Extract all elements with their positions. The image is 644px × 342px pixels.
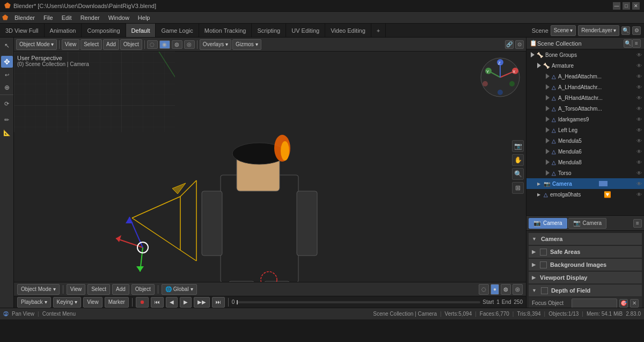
object-menu[interactable]: Object [120,39,142,50]
outliner-item-headattach[interactable]: △ A_HeadAttachm... 👁 [526,71,644,82]
keying-btn[interactable]: Keying▾ [53,297,82,308]
focus-object-pick-icon[interactable]: 🎯 [619,299,628,308]
shading-solid[interactable]: ◉ [159,40,170,49]
scene-selector[interactable]: Scene ▾ [551,25,576,36]
torso-visibility-icon[interactable]: 👁 [636,170,642,176]
shading-3[interactable]: ◍ [501,284,511,295]
menu-edit[interactable]: Edit [57,12,76,24]
mendula6-visibility-icon[interactable]: 👁 [636,149,642,155]
prev-frame-btn[interactable]: ◀ [166,297,178,308]
menu-window[interactable]: Window [104,12,134,24]
overlay-toggle[interactable]: Overlays ▾ [200,39,231,50]
add-btn[interactable]: Add [112,284,129,295]
shading-material[interactable]: ◍ [172,40,182,49]
mode-selector[interactable]: Object Mode ▾ [16,39,57,50]
torso-attach-visibility-icon[interactable]: 👁 [636,106,642,112]
outliner-item-mendula5[interactable]: △ Mendula5 👁 [526,135,644,146]
safe-areas-checkbox[interactable] [540,249,547,256]
object-btn[interactable]: Object [131,284,155,295]
focus-object-clear-icon[interactable]: ✕ [630,299,639,308]
tab-videoediting[interactable]: Video Editing [325,24,371,38]
menu-help[interactable]: Help [134,12,155,24]
mendula8-visibility-icon[interactable]: 👁 [636,159,642,165]
snap-icon[interactable]: 🔗 [505,40,514,49]
emolga-visibility-icon[interactable]: 👁 [636,192,642,198]
playback-btn[interactable]: Playback▾ [17,297,51,308]
outliner-item-lhand[interactable]: △ A_LHandAttachr... 👁 [526,82,644,92]
outliner-item-bonegroups[interactable]: 🦴 Bone Groups 👁 [526,49,644,60]
menu-render[interactable]: Render [76,12,104,24]
shading-4[interactable]: ◎ [513,284,523,295]
zoom-icon[interactable]: 🔍 [512,168,524,180]
shading-wireframe[interactable]: ◌ [147,40,158,49]
outliner-settings-icon[interactable]: ≡ [632,39,641,48]
camera-tab2[interactable]: 📷 Camera [568,218,607,229]
bg-images-checkbox[interactable] [540,261,547,268]
armature-visibility-icon[interactable]: 👁 [636,63,642,69]
view3-btn[interactable]: View [83,297,103,308]
proportional-icon[interactable]: ⊙ [515,40,524,49]
tab-motiontracking[interactable]: Motion Tracking [199,24,252,38]
annotate-icon[interactable]: ✏ [1,114,13,126]
measure-icon[interactable]: 📐 [1,127,13,139]
renderlayer-selector[interactable]: RenderLayer ▾ [578,25,619,36]
tab-3dviewfull[interactable]: 3D View Full [0,24,45,38]
outliner-item-rhand[interactable]: △ A_RHandAttachr... 👁 [526,92,644,103]
shading-rendered[interactable]: ◎ [184,40,195,49]
outliner-item-torso[interactable]: △ Torso 👁 [526,168,644,178]
tab-default[interactable]: Default [126,24,156,38]
view-menu[interactable]: View [62,39,80,50]
outliner-item-emolga[interactable]: ▶ △ emolga0hats 🔽 👁 [526,189,644,200]
props-list-icon[interactable]: ≡ [633,219,642,228]
outliner-item-camera[interactable]: ▶ 📷 Camera 👁 [526,178,644,189]
grid-view-icon[interactable]: ⊞ [512,182,524,194]
tab-add[interactable]: + [371,24,386,38]
add-menu[interactable]: Add [103,39,119,50]
record-btn[interactable]: ⏺ [136,297,149,308]
move-icon[interactable]: ✥ [1,56,13,68]
close-button[interactable]: ✕ [632,2,640,10]
outliner-item-mendula8[interactable]: △ Mendula8 👁 [526,157,644,168]
skip-start-btn[interactable]: ⏮ [151,297,164,308]
outliner-item-torsoattach[interactable]: △ A_TorsoAttachm... 👁 [526,103,644,114]
tab-compositing[interactable]: Compositing [82,24,126,38]
shading-1[interactable]: ◌ [479,284,489,295]
section-dof-header[interactable]: ▼ Depth of Field [529,285,642,296]
lhand-visibility-icon[interactable]: 👁 [636,84,642,90]
marker-btn[interactable]: Marker [105,297,129,308]
timeline-bar[interactable] [237,301,480,303]
minimize-button[interactable]: — [613,2,620,10]
toggle-icon[interactable]: 🔍 [621,26,630,35]
viewport-3d[interactable]: User Perspective (0) Scene Collection | … [14,52,526,282]
menu-blender[interactable]: Blender [10,12,39,24]
settings-icon[interactable]: ⚙ [632,26,641,35]
cursor-icon[interactable]: ↖ [1,40,13,52]
section-viewport-display-header[interactable]: ▶ Viewport Display [529,272,642,283]
outliner-item-leftleg[interactable]: △ Left Leg 👁 [526,125,644,135]
outliner-item-armature[interactable]: 🦴 Armature 👁 [526,60,644,71]
menu-file[interactable]: File [39,12,57,24]
object-mode-btn[interactable]: Object Mode▾ [17,284,60,295]
section-camera-header[interactable]: ▼ Camera [529,233,642,245]
scale-icon[interactable]: ⊕ [1,82,13,93]
tab-uvediting[interactable]: UV Editing [286,24,325,38]
hand-tool-icon[interactable]: ✋ [512,154,524,166]
mendula5-visibility-icon[interactable]: 👁 [636,138,642,144]
tab-scripting[interactable]: Scripting [252,24,286,38]
outliner-filter-icon[interactable]: 🔍 [624,39,632,48]
view-btn[interactable]: View [67,284,86,295]
visibility-icon[interactable]: 👁 [636,52,642,58]
focus-object-value[interactable] [572,299,617,308]
leftleg-visibility-icon[interactable]: 👁 [636,127,642,133]
section-safe-areas-header[interactable]: ▶ Safe Areas [529,246,642,258]
transform-icon[interactable]: ⟳ [1,98,13,110]
rotate-icon[interactable]: ↩ [1,69,13,81]
tab-animation[interactable]: Animation [45,24,82,38]
camera-tab-active[interactable]: 📷 Camera [529,218,567,229]
select-btn[interactable]: Select [87,284,110,295]
window-controls[interactable]: — □ ✕ [613,2,640,10]
camera-toggle-icon[interactable]: 📷 [512,140,524,152]
gizmo-toggle[interactable]: Gizmos ▾ [232,39,261,50]
next-frame-btn[interactable]: ▶▶ [194,297,210,308]
outliner-item-mendula6[interactable]: △ Mendula6 👁 [526,146,644,157]
